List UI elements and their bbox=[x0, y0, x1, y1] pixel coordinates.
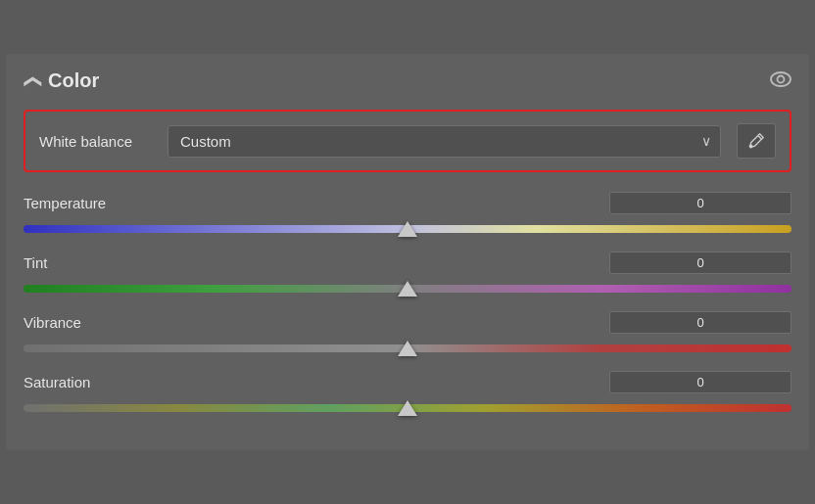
tint-label: Tint bbox=[24, 254, 47, 271]
vibrance-thumb[interactable] bbox=[398, 341, 417, 356]
saturation-track-wrapper bbox=[24, 399, 791, 417]
svg-line-2 bbox=[758, 136, 762, 140]
visibility-icon[interactable] bbox=[770, 69, 791, 92]
saturation-value[interactable] bbox=[609, 371, 791, 393]
white-balance-select-wrapper: As Shot Auto Daylight Cloudy Shade Tungs… bbox=[168, 125, 721, 158]
tint-slider-row: Tint bbox=[24, 252, 791, 298]
saturation-label: Saturation bbox=[24, 374, 90, 390]
saturation-thumb-shape bbox=[398, 400, 417, 416]
color-panel: ❯ Color White balance As Shot Auto Dayli… bbox=[6, 54, 809, 450]
saturation-slider-row: Saturation bbox=[24, 371, 791, 417]
eyedropper-button[interactable] bbox=[737, 123, 776, 159]
temperature-track-wrapper bbox=[24, 220, 791, 238]
panel-header-left: ❯ Color bbox=[24, 69, 99, 92]
vibrance-header: Vibrance bbox=[24, 311, 791, 334]
white-balance-label: White balance bbox=[39, 133, 152, 150]
tint-thumb[interactable] bbox=[398, 281, 417, 297]
temperature-thumb-shape bbox=[398, 221, 417, 237]
saturation-header: Saturation bbox=[24, 371, 791, 393]
white-balance-row: White balance As Shot Auto Daylight Clou… bbox=[24, 110, 791, 172]
eyedropper-icon bbox=[747, 132, 765, 150]
vibrance-track-wrapper bbox=[24, 340, 791, 357]
panel-title: Color bbox=[48, 69, 99, 92]
tint-value[interactable] bbox=[609, 252, 791, 274]
saturation-thumb[interactable] bbox=[398, 400, 417, 416]
collapse-icon[interactable]: ❯ bbox=[21, 73, 42, 88]
temperature-header: Temperature bbox=[24, 192, 791, 214]
white-balance-select[interactable]: As Shot Auto Daylight Cloudy Shade Tungs… bbox=[168, 125, 721, 158]
svg-point-0 bbox=[771, 72, 791, 86]
temperature-label: Temperature bbox=[24, 195, 106, 211]
temperature-thumb[interactable] bbox=[398, 221, 417, 237]
temperature-value[interactable] bbox=[609, 192, 791, 214]
tint-header: Tint bbox=[24, 252, 791, 274]
vibrance-thumb-shape bbox=[398, 341, 417, 356]
svg-point-1 bbox=[778, 76, 785, 83]
svg-point-3 bbox=[749, 145, 752, 148]
slider-section: Temperature Tint bbox=[24, 192, 791, 431]
tint-track-wrapper bbox=[24, 280, 791, 298]
vibrance-slider-row: Vibrance bbox=[24, 311, 791, 357]
vibrance-label: Vibrance bbox=[24, 314, 81, 331]
tint-thumb-shape bbox=[398, 281, 417, 297]
panel-header: ❯ Color bbox=[24, 69, 791, 92]
vibrance-value[interactable] bbox=[609, 311, 791, 334]
temperature-slider-row: Temperature bbox=[24, 192, 791, 238]
eye-svg bbox=[770, 71, 791, 87]
